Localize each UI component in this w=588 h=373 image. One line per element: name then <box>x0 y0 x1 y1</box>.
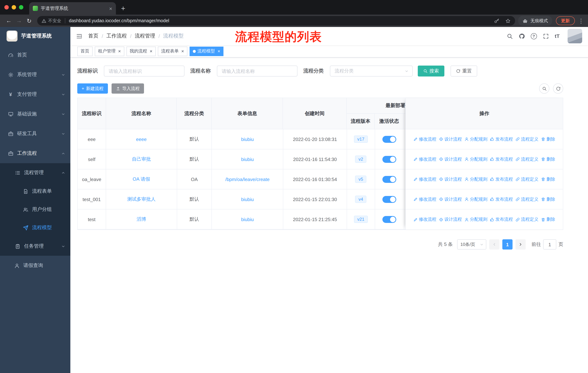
delete-link[interactable]: 删除 <box>541 156 555 162</box>
tag-close-icon[interactable]: × <box>181 49 184 53</box>
bookmark-star-icon[interactable] <box>505 18 511 23</box>
edit-process-link[interactable]: 修改流程 <box>413 216 436 222</box>
process-category-select[interactable]: 流程分类 <box>330 66 413 77</box>
delete-link[interactable]: 删除 <box>541 216 555 222</box>
model-name-link[interactable]: 自己审批 <box>132 156 151 162</box>
design-process-link[interactable]: 设计流程 <box>439 196 462 202</box>
model-name-link[interactable]: 滔博 <box>136 216 146 222</box>
browser-menu-button[interactable]: ⋮ <box>578 17 584 24</box>
model-name-link[interactable]: eeee <box>136 136 147 142</box>
password-key-icon[interactable] <box>494 18 499 23</box>
process-definition-link[interactable]: 流程定义 <box>515 136 538 142</box>
process-definition-link[interactable]: 流程定义 <box>515 196 538 202</box>
sidebar-item-process-form[interactable]: 流程表单 <box>0 182 70 200</box>
edit-process-link[interactable]: 修改流程 <box>413 196 436 202</box>
sidebar-item-process-management[interactable]: 流程管理 <box>0 163 70 182</box>
breadcrumb-process-management[interactable]: 流程管理 <box>135 33 155 39</box>
active-toggle[interactable] <box>382 156 396 163</box>
app-logo-row[interactable]: 芋道管理系统 <box>0 27 70 45</box>
form-info-link[interactable]: biubiu <box>241 197 254 202</box>
breadcrumb-workflow[interactable]: 工作流程 <box>106 33 127 39</box>
design-process-link[interactable]: 设计流程 <box>439 136 462 142</box>
sidebar-item-task-management[interactable]: 任务管理 <box>0 237 70 256</box>
active-toggle[interactable] <box>382 216 396 223</box>
model-name-link[interactable]: 测试多审批人 <box>127 196 156 202</box>
active-toggle[interactable] <box>382 136 396 143</box>
active-toggle[interactable] <box>382 196 396 203</box>
forward-button[interactable]: → <box>14 18 24 24</box>
browser-update-button[interactable]: 更新 <box>556 16 575 25</box>
reset-button[interactable]: 重置 <box>451 66 477 77</box>
publish-process-link[interactable]: 发布流程 <box>490 216 513 222</box>
breadcrumb-home[interactable]: 首页 <box>88 33 98 39</box>
tag-tenant-management[interactable]: 租户管理 × <box>95 46 124 56</box>
sidebar-item-workflow[interactable]: 工作流程 <box>0 143 70 163</box>
active-toggle[interactable] <box>382 176 396 183</box>
edit-process-link[interactable]: 修改流程 <box>413 176 436 182</box>
window-zoom-button[interactable] <box>19 5 23 10</box>
model-name-link[interactable]: OA 请假 <box>133 176 150 182</box>
tag-process-model[interactable]: 流程模型 × <box>189 46 224 56</box>
next-page-button[interactable] <box>515 239 526 250</box>
design-process-link[interactable]: 设计流程 <box>439 216 462 222</box>
refresh-table-button[interactable] <box>553 83 563 94</box>
sidebar-item-payment[interactable]: ¥ 支付管理 <box>0 84 70 104</box>
publish-process-link[interactable]: 发布流程 <box>490 156 513 162</box>
sidebar-item-user-group[interactable]: 用户分组 <box>0 200 70 219</box>
search-button[interactable]: 搜索 <box>418 66 444 77</box>
edit-process-link[interactable]: 修改流程 <box>413 136 436 142</box>
delete-link[interactable]: 删除 <box>541 136 555 142</box>
window-minimize-button[interactable] <box>12 5 16 10</box>
new-tab-button[interactable]: + <box>121 5 125 12</box>
sidebar-toggle-button[interactable] <box>76 33 82 39</box>
process-name-input[interactable] <box>217 66 297 77</box>
process-definition-link[interactable]: 流程定义 <box>515 216 538 222</box>
delete-link[interactable]: 删除 <box>541 196 555 202</box>
design-process-link[interactable]: 设计流程 <box>439 156 462 162</box>
sidebar-item-leave-query[interactable]: 请假查询 <box>0 256 70 275</box>
page-size-select[interactable]: 10条/页 <box>457 239 486 250</box>
fullscreen-icon[interactable] <box>543 33 549 39</box>
design-process-link[interactable]: 设计流程 <box>439 176 462 182</box>
sidebar-item-home[interactable]: 首页 <box>0 45 70 65</box>
tag-my-process[interactable]: 我的流程 × <box>126 46 156 56</box>
process-id-input[interactable] <box>104 66 184 77</box>
tag-home[interactable]: 首页 <box>77 46 93 56</box>
window-close-button[interactable] <box>4 5 9 10</box>
sidebar-item-process-model[interactable]: 流程模型 <box>0 219 70 237</box>
process-definition-link[interactable]: 流程定义 <box>515 156 538 162</box>
sidebar-item-devtools[interactable]: 研发工具 <box>0 124 70 143</box>
assign-rule-link[interactable]: 分配规则 <box>464 136 487 142</box>
create-process-button[interactable]: + 新建流程 <box>77 83 108 94</box>
search-icon[interactable] <box>507 33 513 39</box>
reload-button[interactable]: ↻ <box>24 17 34 24</box>
form-info-link[interactable]: biubiu <box>241 136 254 142</box>
security-chip[interactable]: 不安全 <box>42 18 61 24</box>
font-size-icon[interactable]: tT <box>555 33 560 39</box>
assign-rule-link[interactable]: 分配规则 <box>464 156 487 162</box>
prev-page-button[interactable] <box>489 239 499 250</box>
user-avatar[interactable] <box>567 29 582 43</box>
publish-process-link[interactable]: 发布流程 <box>490 176 513 182</box>
tag-close-icon[interactable]: × <box>150 49 152 53</box>
sidebar-item-system[interactable]: 系统管理 <box>0 65 70 84</box>
form-info-link[interactable]: /bpm/oa/leave/create <box>225 176 270 182</box>
address-bar[interactable]: 不安全 dashboard.yudao.iocoder.cn/bpm/manag… <box>37 16 515 26</box>
publish-process-link[interactable]: 发布流程 <box>490 196 513 202</box>
edit-process-link[interactable]: 修改流程 <box>413 156 436 162</box>
form-info-link[interactable]: biubiu <box>241 156 254 162</box>
tab-close-button[interactable]: × <box>109 6 112 11</box>
publish-process-link[interactable]: 发布流程 <box>490 136 513 142</box>
github-icon[interactable] <box>519 33 525 39</box>
tag-close-icon[interactable]: × <box>118 49 121 53</box>
page-1-button[interactable]: 1 <box>502 239 513 250</box>
toggle-search-button[interactable] <box>539 83 549 94</box>
browser-tab[interactable]: 芋道管理系统 × <box>29 2 116 15</box>
goto-page-input[interactable] <box>543 239 556 250</box>
assign-rule-link[interactable]: 分配规则 <box>464 196 487 202</box>
help-icon[interactable]: ? <box>531 33 537 39</box>
assign-rule-link[interactable]: 分配规则 <box>464 176 487 182</box>
form-info-link[interactable]: biubiu <box>241 217 254 222</box>
import-process-button[interactable]: 导入流程 <box>112 83 144 94</box>
assign-rule-link[interactable]: 分配规则 <box>464 216 487 222</box>
